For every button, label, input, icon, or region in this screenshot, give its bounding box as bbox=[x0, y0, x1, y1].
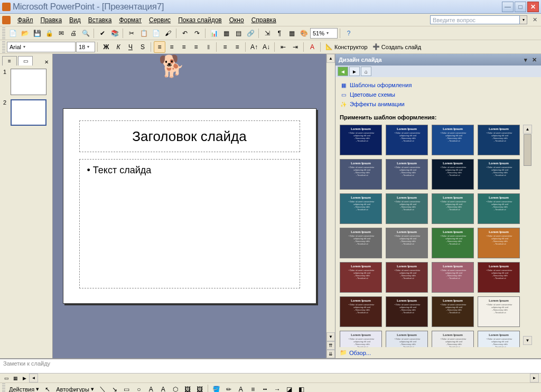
decrease-font-icon[interactable]: A↓ bbox=[260, 41, 272, 53]
menu-help[interactable]: Справка bbox=[248, 15, 280, 25]
design-template[interactable]: Lorem Ipsum• Dolor sit amet consectetur … bbox=[340, 159, 382, 190]
color-icon[interactable]: 🎨 bbox=[298, 27, 310, 39]
shadow-icon[interactable]: S bbox=[137, 41, 148, 53]
menu-tools[interactable]: Сервис bbox=[145, 15, 174, 25]
zoom-dropdown[interactable]: 51%▾ bbox=[310, 28, 338, 39]
expand-icon[interactable]: ⇲ bbox=[262, 27, 273, 39]
autoshapes-menu[interactable]: Автофигуры▾ bbox=[54, 386, 96, 392]
rectangle-icon[interactable]: ▭ bbox=[121, 384, 133, 393]
close-button[interactable]: ✕ bbox=[527, 2, 539, 12]
menu-view[interactable]: Вид bbox=[66, 15, 85, 25]
grid-icon[interactable]: ▦ bbox=[286, 27, 297, 39]
scroll-up-icon[interactable]: ▲ bbox=[327, 54, 335, 63]
select-icon[interactable]: ↖ bbox=[42, 384, 53, 393]
design-template[interactable]: Lorem Ipsum• Dolor sit amet consectetur … bbox=[478, 296, 520, 327]
format-painter-icon[interactable]: 🖌 bbox=[162, 27, 174, 39]
editor-scrollbar[interactable]: ▲ ▼ ⇈ ⇊ bbox=[326, 54, 335, 358]
design-template[interactable]: Lorem Ipsum• Dolor sit amet consectetur … bbox=[432, 228, 474, 258]
bold-icon[interactable]: Ж bbox=[100, 41, 112, 53]
print-icon[interactable]: 🖨 bbox=[68, 27, 79, 39]
menu-insert[interactable]: Вставка bbox=[85, 15, 116, 25]
copy-icon[interactable]: 📋 bbox=[138, 27, 150, 39]
font-color-icon[interactable]: A bbox=[235, 384, 247, 393]
preview-icon[interactable]: 🔍 bbox=[80, 27, 91, 39]
nav-back-icon[interactable]: ◄ bbox=[338, 67, 348, 76]
help-question-dropdown[interactable]: ▾ bbox=[520, 15, 527, 24]
cut-icon[interactable]: ✂ bbox=[126, 27, 137, 39]
scroll-left-icon[interactable]: ◄ bbox=[29, 374, 38, 382]
office-assistant[interactable]: 🐕 bbox=[158, 54, 184, 86]
spelling-icon[interactable]: ✔ bbox=[97, 27, 108, 39]
tab-slides[interactable]: ▭ bbox=[18, 56, 33, 66]
menu-file[interactable]: Файл bbox=[14, 15, 37, 25]
notes-pane[interactable]: Заметки к слайду bbox=[0, 358, 541, 373]
help-question-input[interactable]: Введите вопрос bbox=[430, 15, 520, 24]
designer-button[interactable]: 📐 Конструктор bbox=[323, 43, 370, 50]
design-template[interactable]: Lorem Ipsum• Dolor sit amet consectetur … bbox=[478, 228, 520, 258]
italic-icon[interactable]: К bbox=[113, 41, 124, 53]
textbox-icon[interactable]: A bbox=[145, 384, 157, 393]
oval-icon[interactable]: ○ bbox=[133, 384, 145, 393]
doc-close-button[interactable]: ✕ bbox=[530, 16, 539, 24]
nav-forward-icon[interactable]: ► bbox=[349, 67, 360, 76]
design-template[interactable]: Lorem Ipsum• Dolor sit amet consectetur … bbox=[386, 296, 428, 327]
design-template[interactable]: Lorem Ipsum• Dolor sit amet consectetur … bbox=[386, 228, 428, 258]
open-icon[interactable]: 📂 bbox=[19, 27, 31, 39]
distribute-icon[interactable]: ⫴ bbox=[202, 41, 214, 53]
template-scrollbar[interactable]: ▲ ▼ bbox=[523, 125, 532, 345]
redo-icon[interactable]: ↷ bbox=[191, 27, 203, 39]
toolbar-grip[interactable] bbox=[2, 27, 5, 39]
slideshow-view-icon[interactable]: ▶ bbox=[20, 375, 29, 382]
new-icon[interactable]: 📄 bbox=[7, 27, 18, 39]
hyperlink-icon[interactable]: 🔗 bbox=[245, 27, 256, 39]
table-icon[interactable]: ▦ bbox=[220, 27, 232, 39]
design-template[interactable]: Lorem Ipsum• Dolor sit amet consectetur … bbox=[432, 159, 474, 190]
3d-style-icon[interactable]: ◧ bbox=[296, 384, 307, 393]
arrow-style-icon[interactable]: → bbox=[272, 384, 283, 393]
line-color-icon[interactable]: ✏ bbox=[223, 384, 235, 393]
menu-format[interactable]: Формат bbox=[115, 15, 145, 25]
design-template[interactable]: Lorem Ipsum• Dolor sit amet consectetur … bbox=[340, 331, 382, 347]
menu-slideshow[interactable]: Показ слайдов bbox=[174, 15, 226, 25]
prev-slide-icon[interactable]: ⇈ bbox=[327, 341, 335, 350]
arrow-shape-icon[interactable]: ↘ bbox=[109, 384, 120, 393]
normal-view-icon[interactable]: ▭ bbox=[2, 375, 11, 382]
clipart-icon[interactable]: 🖼 bbox=[182, 384, 193, 393]
design-template[interactable]: Lorem Ipsum• Dolor sit amet consectetur … bbox=[478, 159, 520, 190]
design-template[interactable]: Lorem Ipsum• Dolor sit amet consectetur … bbox=[340, 228, 382, 258]
scroll-right-icon[interactable]: ► bbox=[530, 374, 539, 382]
show-formatting-icon[interactable]: ¶ bbox=[274, 27, 285, 39]
help-icon[interactable]: ? bbox=[343, 27, 355, 39]
line-icon[interactable]: ＼ bbox=[97, 384, 108, 393]
design-template[interactable]: Lorem Ipsum• Dolor sit amet consectetur … bbox=[386, 125, 428, 155]
tab-outline[interactable]: ≡ bbox=[2, 56, 17, 66]
new-slide-button[interactable]: ➕ Создать слайд bbox=[370, 43, 423, 50]
design-template[interactable]: Lorem Ipsum• Dolor sit amet consectetur … bbox=[432, 331, 474, 347]
picture-icon[interactable]: 🖼 bbox=[194, 384, 206, 393]
taskpane-close-icon[interactable]: ✕ bbox=[530, 56, 538, 63]
design-template[interactable]: Lorem Ipsum• Dolor sit amet consectetur … bbox=[478, 331, 520, 347]
design-template[interactable]: Lorem Ipsum• Dolor sit amet consectetur … bbox=[340, 296, 382, 327]
slide-canvas[interactable]: Заголовок слайда • Текст слайда bbox=[63, 108, 316, 304]
link-design-templates[interactable]: ▦Шаблоны оформления bbox=[340, 80, 537, 90]
align-left-icon[interactable]: ≡ bbox=[154, 41, 165, 53]
font-dropdown[interactable]: Arial▾ bbox=[7, 42, 76, 52]
design-template[interactable]: Lorem Ipsum• Dolor sit amet consectetur … bbox=[478, 193, 520, 224]
slide-thumbnail[interactable]: 1 bbox=[3, 69, 49, 95]
paste-icon[interactable]: 📄 bbox=[150, 27, 162, 39]
save-icon[interactable]: 💾 bbox=[31, 27, 43, 39]
browse-templates-link[interactable]: 📁 Обзор... bbox=[335, 347, 541, 358]
numbering-icon[interactable]: ≡ bbox=[219, 41, 231, 53]
decrease-indent-icon[interactable]: ⇤ bbox=[277, 41, 289, 53]
scroll-down-icon[interactable]: ▼ bbox=[523, 336, 532, 345]
underline-icon[interactable]: Ч bbox=[125, 41, 136, 53]
scroll-up-icon[interactable]: ▲ bbox=[523, 125, 532, 134]
nav-home-icon[interactable]: ⌂ bbox=[361, 67, 371, 76]
bullets-icon[interactable]: ≡ bbox=[231, 41, 243, 53]
design-template[interactable]: Lorem Ipsum• Dolor sit amet consectetur … bbox=[386, 193, 428, 224]
align-justify-icon[interactable]: ≡ bbox=[190, 41, 202, 53]
link-animation[interactable]: ✨Эффекты анимации bbox=[340, 99, 537, 109]
align-right-icon[interactable]: ≡ bbox=[178, 41, 190, 53]
slide-thumbnail[interactable]: 2 bbox=[3, 99, 49, 126]
tables-borders-icon[interactable]: ▤ bbox=[232, 27, 244, 39]
